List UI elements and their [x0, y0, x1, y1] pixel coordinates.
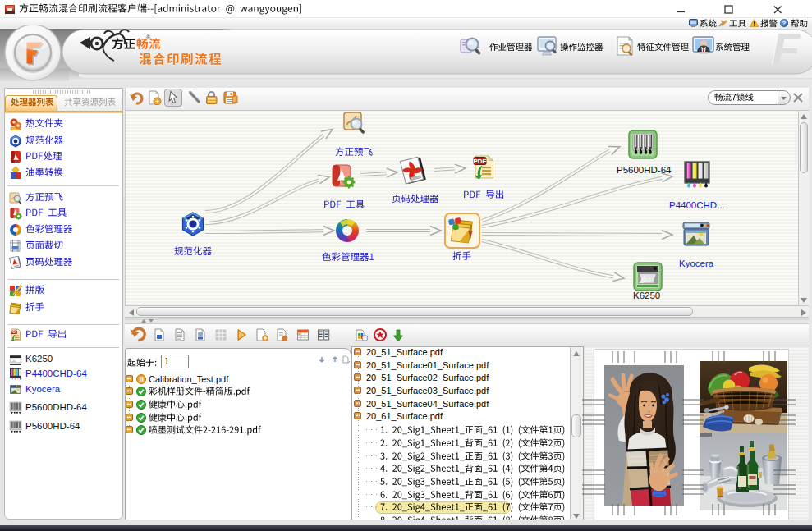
svg-text:PDF: PDF [474, 158, 487, 165]
svg-text:PDF: PDF [11, 330, 18, 334]
